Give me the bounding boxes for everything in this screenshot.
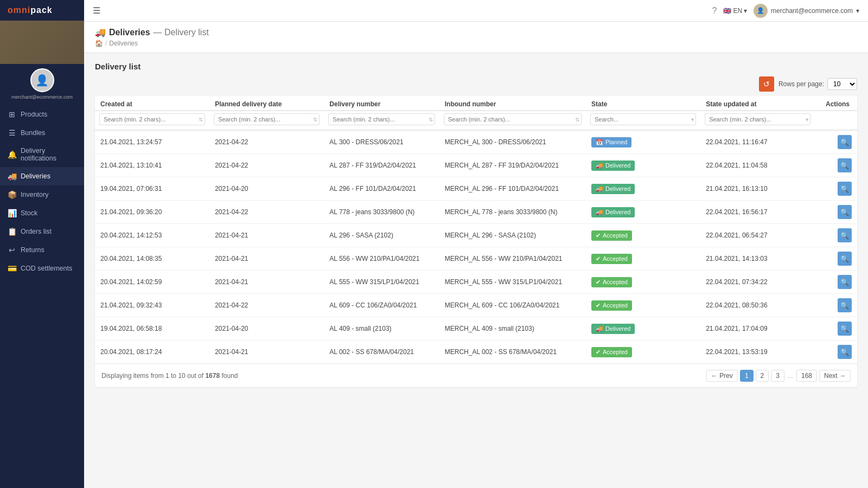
state-badge-label: Accepted — [603, 279, 628, 285]
view-action-button[interactable]: 🔍 — [838, 158, 852, 172]
filter-planned-date-input[interactable] — [214, 113, 320, 125]
cell-state-updated: 22.04.2021, 07:34:22 — [700, 271, 815, 294]
page-3-button[interactable]: 3 — [771, 370, 784, 382]
user-email-sidebar: merchant@ecommerce.com — [9, 94, 75, 100]
language-selector[interactable]: 🇬🇧 EN ▾ — [723, 7, 747, 15]
nav-label-orders-list: Orders list — [21, 228, 52, 235]
table-header-row: Created at Planned delivery date Deliver… — [95, 96, 857, 111]
cell-inbound-number: MERCH_AL 002 - SS 678/MA/04/2021 — [439, 341, 586, 364]
col-created-at: Created at — [95, 96, 209, 111]
sidebar-user-section: 👤 merchant@ecommerce.com — [0, 64, 84, 102]
cell-inbound-number: MERCH_AL 778 - jeans 3033/9800 (N) — [439, 201, 586, 224]
page-2-button[interactable]: 2 — [756, 370, 769, 382]
rows-per-page-control: Rows per page: 10 25 50 100 — [778, 78, 857, 90]
cell-delivery-number: AL 778 - jeans 3033/9800 (N) — [324, 201, 439, 224]
next-page-button[interactable]: Next → — [819, 370, 851, 382]
cell-actions: 🔍 — [815, 130, 857, 154]
view-action-button[interactable]: 🔍 — [838, 252, 852, 266]
breadcrumb: 🏠 / Deliveries — [95, 40, 857, 47]
filter-state-input[interactable] — [590, 113, 696, 125]
state-badge-label: Delivered — [605, 209, 630, 215]
table-row: 19.04.2021, 06:58:18 2021-04-20 AL 409 -… — [95, 317, 857, 341]
user-dropdown-icon[interactable]: ▾ — [856, 7, 859, 15]
state-badge-label: Accepted — [603, 255, 628, 262]
pagination: ← Prev 1 2 3 ... 168 Next → — [706, 370, 851, 382]
page-last-button[interactable]: 168 — [796, 370, 817, 382]
filter-delivery-number: ⇅ — [324, 111, 439, 130]
sidebar-item-bundles[interactable]: ☰Bundles — [0, 124, 84, 142]
view-action-button[interactable]: 🔍 — [838, 228, 852, 242]
view-action-button[interactable]: 🔍 — [838, 322, 852, 336]
content-area: Delivery list ↺ Rows per page: 10 25 50 … — [84, 53, 868, 488]
col-state: State — [586, 96, 700, 111]
view-action-button[interactable]: 🔍 — [838, 182, 852, 196]
cell-state-updated: 22.04.2021, 08:50:36 — [700, 294, 815, 317]
view-action-button[interactable]: 🔍 — [838, 275, 852, 289]
view-action-button[interactable]: 🔍 — [838, 135, 852, 149]
sidebar-item-cod-settlements[interactable]: 💳COD settlements — [0, 259, 84, 278]
hamburger-icon[interactable]: ☰ — [93, 5, 100, 16]
view-action-button[interactable]: 🔍 — [838, 345, 852, 359]
page-title: Deliveries — [109, 28, 150, 37]
sort-icon-created-at: ⇅ — [199, 117, 203, 123]
help-icon[interactable]: ? — [712, 6, 717, 16]
logo-text: omnipack — [8, 5, 53, 15]
state-badge: 📅 Planned — [591, 137, 631, 147]
cell-state-updated: 21.04.2021, 16:13:10 — [700, 177, 815, 201]
state-badge-icon: 🚚 — [596, 325, 603, 332]
cell-actions: 🔍 — [815, 247, 857, 271]
cell-inbound-number: MERCH_AL 296 - SASA (2102) — [439, 224, 586, 247]
cell-actions: 🔍 — [815, 341, 857, 364]
filter-planned-date: ⇅ — [209, 111, 324, 130]
sidebar-item-returns[interactable]: ↩Returns — [0, 241, 84, 259]
nav-icon-inventory: 📦 — [8, 190, 16, 199]
cell-inbound-number: MERCH_AL 287 - FF 319/DA2/04/2021 — [439, 154, 586, 177]
filter-inbound-number-input[interactable] — [444, 113, 582, 125]
table-body: 21.04.2021, 13:24:57 2021-04-22 AL 300 -… — [95, 130, 857, 364]
sidebar-item-stock[interactable]: 📊Stock — [0, 204, 84, 222]
cell-state: ✔ Accepted — [586, 271, 700, 294]
sidebar-item-products[interactable]: ⊞Products — [0, 105, 84, 124]
sidebar-item-delivery-notifications[interactable]: 🔔Delivery notifications — [0, 142, 84, 167]
filter-delivery-number-input[interactable] — [328, 113, 435, 125]
cell-inbound-number: MERCH_AL 609 - CC 106/ZA0/04/2021 — [439, 294, 586, 317]
user-avatar-top: 👤 — [754, 4, 768, 18]
view-action-button[interactable]: 🔍 — [838, 205, 852, 219]
breadcrumb-current: Deliveries — [109, 40, 138, 47]
cell-inbound-number: MERCH_AL 409 - small (2103) — [439, 317, 586, 341]
sidebar-item-orders-list[interactable]: 📋Orders list — [0, 222, 84, 241]
cell-planned-date: 2021-04-22 — [209, 130, 324, 154]
filter-row: ⇅ ⇅ ⇅ — [95, 111, 857, 130]
filter-state-updated-input[interactable] — [705, 113, 810, 125]
cell-created-at: 21.04.2021, 13:24:57 — [95, 130, 209, 154]
sidebar-item-inventory[interactable]: 📦Inventory — [0, 185, 84, 204]
prev-page-button[interactable]: ← Prev — [706, 370, 738, 382]
sort-icon-state: ▾ — [691, 117, 694, 123]
cell-created-at: 20.04.2021, 14:08:35 — [95, 247, 209, 271]
sort-icon-delivery-number: ⇅ — [429, 117, 433, 123]
refresh-button[interactable]: ↺ — [759, 76, 774, 92]
sidebar-logo: omnipack — [0, 0, 84, 21]
cell-created-at: 21.04.2021, 09:32:43 — [95, 294, 209, 317]
breadcrumb-home[interactable]: 🏠 — [95, 40, 103, 47]
rows-per-page-select[interactable]: 10 25 50 100 — [827, 78, 857, 90]
page-1-button[interactable]: 1 — [740, 370, 754, 382]
state-badge-label: Accepted — [603, 349, 628, 355]
cell-state: 🚚 Delivered — [586, 154, 700, 177]
table-row: 20.04.2021, 14:02:59 2021-04-21 AL 555 -… — [95, 271, 857, 294]
sidebar-item-deliveries[interactable]: 🚚Deliveries — [0, 167, 84, 185]
cell-delivery-number: AL 409 - small (2103) — [324, 317, 439, 341]
cell-state: 📅 Planned — [586, 130, 700, 154]
nav-label-inventory: Inventory — [21, 191, 48, 198]
cell-inbound-number: MERCH_AL 296 - FF 101/DA2/04/2021 — [439, 177, 586, 201]
sidebar-banner-image — [0, 21, 84, 64]
state-badge-icon: ✔ — [596, 232, 601, 239]
filter-created-at-input[interactable] — [99, 113, 205, 125]
state-badge: ✔ Accepted — [591, 300, 632, 311]
cell-actions: 🔍 — [815, 224, 857, 247]
nav-label-bundles: Bundles — [21, 129, 45, 137]
cell-planned-date: 2021-04-21 — [209, 224, 324, 247]
filter-inbound-number: ⇅ — [439, 111, 586, 130]
state-badge-label: Accepted — [603, 232, 628, 239]
view-action-button[interactable]: 🔍 — [838, 298, 852, 312]
